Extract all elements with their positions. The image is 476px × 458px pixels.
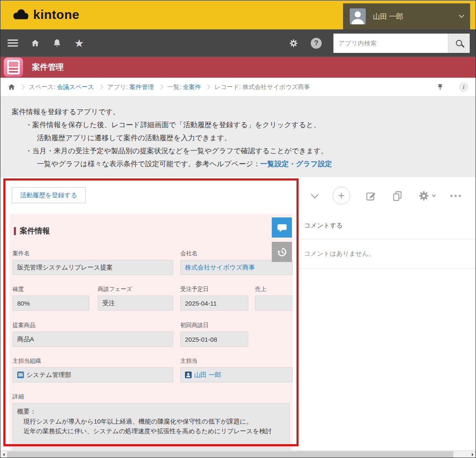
kintone-logo-text: kintone <box>33 8 79 22</box>
app-header-bar: 案件管理 <box>0 57 476 78</box>
record-settings-button[interactable] <box>418 190 435 202</box>
expected-order-date-text: 2025-04-11 <box>185 300 217 307</box>
first-meeting-date-value: 2025-01-08 <box>180 332 248 347</box>
record-history-button[interactable] <box>272 242 292 262</box>
favorite-star-icon[interactable]: ★ <box>74 38 84 49</box>
description-line: ・案件情報を保存した後、レコード詳細画面で「活動履歴を登録する」をクリックすると… <box>12 118 476 131</box>
breadcrumb-separator-icon <box>158 84 163 89</box>
settings-gear-icon[interactable] <box>289 39 298 48</box>
home-icon[interactable] <box>31 39 40 48</box>
case-name-text: 販売管理システムリプレース提案 <box>17 264 113 272</box>
product-label: 提案商品 <box>13 322 173 329</box>
breadcrumb-app-prefix: アプリ: <box>107 84 130 90</box>
collapse-panel-button[interactable] <box>312 194 317 197</box>
probability-text: 80% <box>17 300 30 307</box>
hamburger-menu-icon[interactable] <box>8 39 18 47</box>
search-button[interactable] <box>448 34 470 53</box>
phase-value: 受注 <box>98 296 173 311</box>
phase-label: 商談フェーズ <box>98 285 173 293</box>
field-case-name: 案件名 販売管理システムリプレース提案 <box>13 250 173 275</box>
pin-icon[interactable] <box>437 84 444 91</box>
org-label: 主担当組織 <box>13 357 173 365</box>
breadcrumb-space-link[interactable]: 会議スペース <box>57 84 94 90</box>
scroll-right-arrow[interactable] <box>469 451 476 458</box>
breadcrumb-record: レコード: 株式会社サイボウズ商事 <box>214 83 310 91</box>
product-text: 商品A <box>17 335 34 343</box>
comment-toggle-button[interactable] <box>272 217 292 238</box>
comment-action[interactable]: コメントする <box>299 212 476 239</box>
search-icon <box>456 40 462 46</box>
user-icon <box>185 372 192 378</box>
graph-settings-help-link[interactable]: グラフ設定 <box>296 160 332 168</box>
record-form: 案件情報 案件名 販売管理システムリプレース提案 会社名 株式会社サイボウズ商事… <box>9 214 293 450</box>
description-help-prefix: 一覧やグラフは様々な表示条件で設定可能です。参考ヘルプページ： <box>37 160 260 168</box>
detail-text: 概要： 現行システムが導入から10年以上経過、機能の陳腐化や保守性の低下が課題に… <box>17 406 285 436</box>
company-link[interactable]: 株式会社サイボウズ商事 <box>185 264 255 272</box>
breadcrumb-separator-icon <box>98 84 103 89</box>
right-triangle-icon <box>472 453 475 456</box>
edit-pencil-icon <box>365 190 377 202</box>
description-line: ・当月・来月の受注予定や製品別の提案状況などを一覧やグラフで確認することができま… <box>12 144 476 157</box>
history-clock-icon <box>276 246 288 258</box>
notification-bell-icon[interactable] <box>52 39 62 48</box>
view-settings-help-link[interactable]: 一覧設定 <box>260 160 289 168</box>
probability-value: 80% <box>13 296 89 311</box>
comment-panel: + <box>298 177 476 450</box>
breadcrumb: スペース: 会議スペース アプリ: 案件管理 一覧: 全案件 レコード: 株式会… <box>0 78 476 97</box>
case-name-label: 案件名 <box>13 250 173 257</box>
owner-link[interactable]: 山田 一郎 <box>194 371 221 379</box>
duplicate-record-button[interactable] <box>392 190 403 202</box>
breadcrumb-app: アプリ: 案件管理 <box>107 83 154 91</box>
section-marker <box>14 227 16 235</box>
org-value: システム管理部 <box>13 367 173 382</box>
help-icon[interactable]: ? <box>311 38 322 49</box>
app-title[interactable]: 案件管理 <box>32 62 64 73</box>
user-name: 山田 一郎 <box>373 12 403 21</box>
field-phase: 商談フェーズ 受注 <box>98 285 173 311</box>
chevron-down-icon <box>432 193 436 197</box>
org-text: システム管理部 <box>26 371 71 379</box>
app-icon-page-graphic <box>7 60 20 74</box>
app-icon[interactable] <box>4 58 23 77</box>
more-options-button[interactable] <box>450 195 461 197</box>
toolbar-right: ? <box>289 34 476 53</box>
description-line-links: 一覧やグラフは様々な表示条件で設定可能です。参考ヘルプページ：一覧設定・グラフ設… <box>12 157 476 170</box>
user-menu[interactable]: 山田 一郎 <box>343 3 470 29</box>
organization-icon <box>17 372 24 378</box>
case-name-value: 販売管理システムリプレース提案 <box>13 260 173 275</box>
global-header: kintone 山田 一郎 <box>0 0 476 29</box>
info-icon[interactable]: i <box>459 82 468 92</box>
edit-record-button[interactable] <box>365 190 377 202</box>
record-detail-area: 活動履歴を登録する 案件情報 案件名 販売管理システムリプレース提案 会社名 株… <box>0 177 476 450</box>
scrollbar-thumb[interactable] <box>7 451 453 458</box>
field-detail: 詳細 概要： 現行システムが導入から10年以上経過、機能の陳腐化や保守性の低下が… <box>13 393 290 450</box>
gear-icon <box>418 190 429 202</box>
breadcrumb-separator-icon <box>20 84 24 89</box>
add-record-button[interactable]: + <box>333 187 350 204</box>
field-owner: 主担当 山田 一郎 <box>180 357 293 382</box>
app-description: 案件情報を登録するアプリです。 ・案件情報を保存した後、レコード詳細画面で「活動… <box>0 97 476 177</box>
scroll-left-arrow[interactable] <box>0 451 7 458</box>
breadcrumb-view-link[interactable]: 全案件 <box>183 84 201 90</box>
expected-order-date-label: 受注予定日 <box>180 285 248 293</box>
left-triangle-icon <box>1 453 5 456</box>
field-first-meeting-date: 初回商談日 2025-01-08 <box>180 322 248 347</box>
product-value: 商品A <box>13 332 173 347</box>
breadcrumb-space-prefix: スペース: <box>29 84 57 90</box>
toolbar-left-icons: ★ <box>8 38 84 49</box>
kintone-logo[interactable]: kintone <box>11 8 79 22</box>
detail-value: 概要： 現行システムが導入から10年以上経過、機能の陳腐化や保守性の低下が課題に… <box>13 403 290 450</box>
section-title: 案件情報 <box>20 226 50 236</box>
field-expected-order-date: 受注予定日 2025-04-11 <box>180 285 248 311</box>
breadcrumb-separator-icon <box>205 84 210 89</box>
breadcrumb-home-icon[interactable] <box>8 83 16 91</box>
comment-empty-message: コメントはありません。 <box>299 239 476 269</box>
app-search-input[interactable] <box>333 34 448 53</box>
breadcrumb-view: 一覧: 全案件 <box>167 83 201 91</box>
register-activity-button[interactable]: 活動履歴を登録する <box>12 187 86 203</box>
breadcrumb-app-link[interactable]: 案件管理 <box>130 84 154 90</box>
breadcrumb-record-label: レコード: 株式会社サイボウズ商事 <box>214 84 310 90</box>
sales-value <box>255 296 293 311</box>
horizontal-scrollbar <box>0 450 476 458</box>
kintone-cloud-icon <box>11 8 30 21</box>
